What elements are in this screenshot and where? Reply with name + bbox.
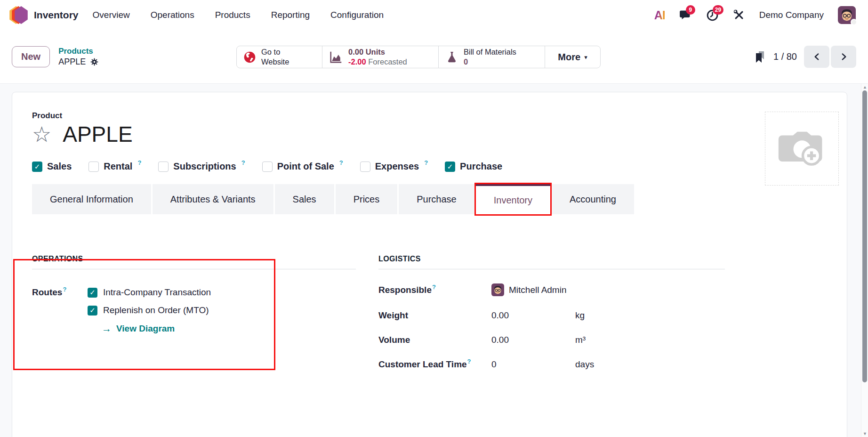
bill-of-materials-button[interactable]: Bill of Materials 0	[439, 46, 545, 68]
scroll-up-icon[interactable]: ▲	[861, 85, 868, 89]
main-menu: Overview Operations Products Reporting C…	[93, 10, 384, 20]
breadcrumb: Products APPLE	[58, 46, 99, 67]
new-button[interactable]: New	[12, 46, 50, 67]
area-chart-icon	[329, 50, 343, 64]
stat-button-box: Go to Website 0.00 Units -2.00 Forecaste…	[236, 46, 601, 68]
help-icon[interactable]: ?	[63, 286, 66, 293]
camera-plus-icon	[777, 128, 828, 170]
more-label: More	[558, 52, 580, 63]
debug-tools-icon[interactable]	[733, 9, 745, 21]
units-on-hand-value: 0.00 Units	[348, 47, 407, 57]
bom-count: 0	[464, 57, 516, 67]
pager-counter: 1 / 80	[773, 51, 797, 62]
weight-label: Weight	[378, 310, 491, 321]
menu-overview[interactable]: Overview	[93, 10, 130, 20]
menu-operations[interactable]: Operations	[151, 10, 194, 20]
product-form-sheet: Product ☆ APPLE ✓ Sales Rental ? Subscri…	[12, 92, 847, 437]
responsible-label: Responsible?	[378, 285, 491, 295]
checkbox-purchase[interactable]: ✓ Purchase	[445, 161, 502, 172]
checkbox-sales[interactable]: ✓ Sales	[32, 161, 72, 172]
go-to-website-line1: Go to	[261, 47, 289, 57]
customer-lead-time-input[interactable]: 0	[491, 359, 575, 370]
product-image-upload[interactable]	[765, 112, 839, 186]
tab-attributes-variants[interactable]: Attributes & Variants	[153, 184, 273, 214]
pager-next-button[interactable]	[831, 46, 856, 68]
volume-input[interactable]: 0.00	[491, 335, 575, 345]
weight-input[interactable]: 0.00	[491, 310, 575, 321]
route-intra-company[interactable]: ✓ Intra-Company Transaction	[88, 287, 211, 298]
checkbox-subscriptions[interactable]: Subscriptions ?	[158, 161, 245, 172]
ai-assistant-icon[interactable]: AI	[654, 8, 665, 22]
help-icon[interactable]: ?	[137, 159, 141, 166]
checkbox-unchecked-icon	[88, 162, 99, 172]
volume-unit: m³	[575, 335, 725, 345]
menu-configuration[interactable]: Configuration	[330, 10, 384, 20]
scroll-down-icon[interactable]: ▼	[861, 431, 868, 436]
menu-products[interactable]: Products	[215, 10, 250, 20]
customer-lead-time-unit: days	[575, 359, 725, 370]
checkbox-sales-label: Sales	[47, 161, 72, 172]
weight-unit: kg	[575, 310, 725, 321]
volume-label: Volume	[378, 335, 491, 345]
company-selector[interactable]: Demo Company	[759, 10, 824, 20]
responsible-row: Responsible? Mitchell Admin	[378, 283, 725, 296]
checkbox-expenses[interactable]: Expenses ?	[360, 161, 428, 172]
view-diagram-link[interactable]: → View Diagram	[102, 323, 211, 334]
tab-accounting[interactable]: Accounting	[552, 184, 634, 214]
tab-purchase[interactable]: Purchase	[399, 184, 474, 214]
checkbox-expenses-label: Expenses	[375, 161, 419, 172]
vertical-scrollbar[interactable]: ▲ ▼	[861, 84, 868, 437]
checkbox-point-of-sale[interactable]: Point of Sale ?	[262, 161, 343, 172]
operations-section: OPERATIONS Routes? ✓ Intra-Company Trans…	[32, 255, 356, 370]
breadcrumb-current-record: APPLE	[58, 57, 86, 67]
bom-label: Bill of Materials	[464, 47, 516, 57]
weight-row: Weight 0.00 kg	[378, 310, 725, 321]
scrollbar-thumb[interactable]	[862, 90, 867, 382]
checkbox-subscriptions-label: Subscriptions	[173, 161, 236, 172]
checkbox-unchecked-icon	[360, 162, 370, 172]
routes-checkbox-list: ✓ Intra-Company Transaction ✓ Replenish …	[88, 287, 211, 334]
product-name-input[interactable]: APPLE	[63, 121, 132, 147]
checkbox-checked-icon: ✓	[88, 306, 97, 316]
user-avatar[interactable]	[838, 6, 856, 24]
help-icon[interactable]: ?	[467, 358, 471, 365]
tab-general-information[interactable]: General Information	[32, 184, 151, 214]
systray: AI 9 29 Demo Company	[654, 6, 856, 24]
globe-icon	[243, 51, 256, 64]
actions-gear-icon[interactable]	[90, 57, 99, 66]
chevron-right-icon	[840, 53, 848, 61]
app-switcher[interactable]: Inventory	[8, 5, 93, 25]
help-icon[interactable]: ?	[432, 283, 436, 291]
caret-down-icon: ▾	[584, 54, 587, 61]
bookmark-icon[interactable]	[754, 50, 766, 64]
checkbox-unchecked-icon	[158, 162, 169, 172]
notebook-tabs: General Information Attributes & Variant…	[32, 184, 827, 214]
content-area: Product ☆ APPLE ✓ Sales Rental ? Subscri…	[0, 84, 868, 437]
activities-badge: 29	[713, 5, 723, 15]
menu-reporting[interactable]: Reporting	[271, 10, 310, 20]
checkbox-rental[interactable]: Rental ?	[88, 161, 141, 172]
tab-inventory[interactable]: Inventory	[476, 184, 550, 214]
logistics-section: LOGISTICS Responsible?	[378, 255, 725, 370]
go-to-website-button[interactable]: Go to Website	[237, 46, 322, 68]
favorite-star-icon[interactable]: ☆	[32, 123, 51, 145]
help-icon[interactable]: ?	[241, 159, 245, 166]
route-replenish-mto[interactable]: ✓ Replenish on Order (MTO)	[88, 305, 211, 316]
checkbox-unchecked-icon	[262, 162, 273, 172]
forecasted-label: Forecasted	[368, 57, 407, 66]
pager-previous-button[interactable]	[804, 46, 829, 68]
control-panel: New Products APPLE	[0, 30, 868, 84]
responsible-avatar	[491, 283, 504, 296]
tab-sales[interactable]: Sales	[275, 184, 334, 214]
help-icon[interactable]: ?	[339, 159, 343, 166]
more-dropdown[interactable]: More ▾	[545, 46, 600, 68]
activities-icon[interactable]: 29	[706, 9, 719, 22]
breadcrumb-products-link[interactable]: Products	[58, 46, 99, 57]
responsible-field[interactable]: Mitchell Admin	[491, 283, 725, 296]
help-icon[interactable]: ?	[424, 159, 428, 166]
forecasted-units-button[interactable]: 0.00 Units -2.00 Forecasted	[322, 46, 439, 68]
tab-prices[interactable]: Prices	[336, 184, 398, 214]
arrow-right-icon: →	[102, 323, 112, 334]
messages-icon[interactable]: 9	[679, 9, 692, 22]
route-replenish-mto-label: Replenish on Order (MTO)	[103, 305, 209, 316]
